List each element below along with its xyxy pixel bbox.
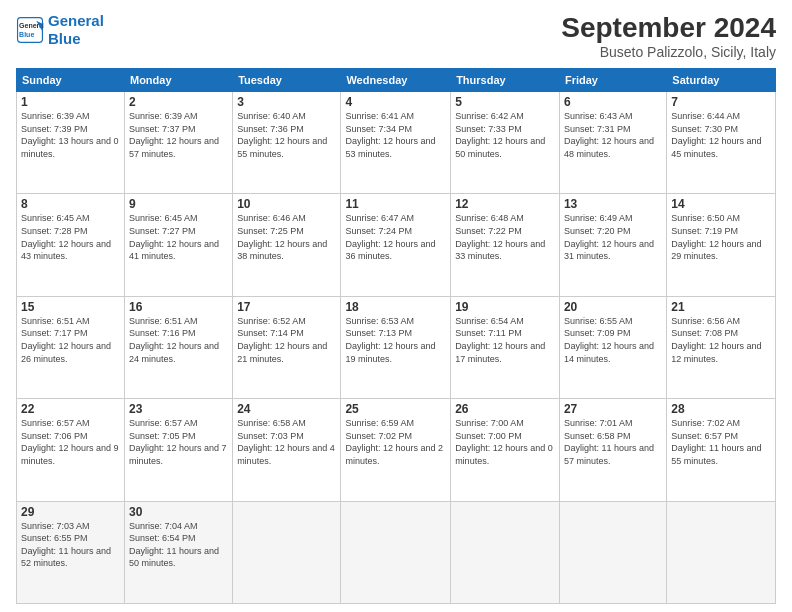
- table-row: 7Sunrise: 6:44 AM Sunset: 7:30 PM Daylig…: [667, 92, 776, 194]
- table-row: [341, 501, 451, 603]
- table-row: 2Sunrise: 6:39 AM Sunset: 7:37 PM Daylig…: [124, 92, 232, 194]
- day-info: Sunrise: 7:04 AM Sunset: 6:54 PM Dayligh…: [129, 520, 228, 570]
- day-info: Sunrise: 6:51 AM Sunset: 7:16 PM Dayligh…: [129, 315, 228, 365]
- day-info: Sunrise: 6:43 AM Sunset: 7:31 PM Dayligh…: [564, 110, 662, 160]
- day-info: Sunrise: 6:58 AM Sunset: 7:03 PM Dayligh…: [237, 417, 336, 467]
- day-number: 26: [455, 402, 555, 416]
- calendar-week-row: 29Sunrise: 7:03 AM Sunset: 6:55 PM Dayli…: [17, 501, 776, 603]
- logo-text: General Blue: [48, 12, 104, 48]
- svg-text:Blue: Blue: [19, 31, 34, 38]
- day-info: Sunrise: 7:02 AM Sunset: 6:57 PM Dayligh…: [671, 417, 771, 467]
- table-row: 30Sunrise: 7:04 AM Sunset: 6:54 PM Dayli…: [124, 501, 232, 603]
- header-wednesday: Wednesday: [341, 69, 451, 92]
- day-info: Sunrise: 7:00 AM Sunset: 7:00 PM Dayligh…: [455, 417, 555, 467]
- day-number: 25: [345, 402, 446, 416]
- day-info: Sunrise: 6:59 AM Sunset: 7:02 PM Dayligh…: [345, 417, 446, 467]
- day-info: Sunrise: 6:39 AM Sunset: 7:37 PM Dayligh…: [129, 110, 228, 160]
- day-number: 4: [345, 95, 446, 109]
- table-row: 9Sunrise: 6:45 AM Sunset: 7:27 PM Daylig…: [124, 194, 232, 296]
- table-row: 3Sunrise: 6:40 AM Sunset: 7:36 PM Daylig…: [233, 92, 341, 194]
- location: Buseto Palizzolo, Sicily, Italy: [561, 44, 776, 60]
- day-number: 27: [564, 402, 662, 416]
- header: General Blue General Blue September 2024…: [16, 12, 776, 60]
- day-number: 20: [564, 300, 662, 314]
- header-thursday: Thursday: [451, 69, 560, 92]
- weekday-header-row: Sunday Monday Tuesday Wednesday Thursday…: [17, 69, 776, 92]
- day-number: 18: [345, 300, 446, 314]
- header-monday: Monday: [124, 69, 232, 92]
- table-row: 17Sunrise: 6:52 AM Sunset: 7:14 PM Dayli…: [233, 296, 341, 398]
- day-info: Sunrise: 6:52 AM Sunset: 7:14 PM Dayligh…: [237, 315, 336, 365]
- table-row: 10Sunrise: 6:46 AM Sunset: 7:25 PM Dayli…: [233, 194, 341, 296]
- day-info: Sunrise: 6:46 AM Sunset: 7:25 PM Dayligh…: [237, 212, 336, 262]
- table-row: 20Sunrise: 6:55 AM Sunset: 7:09 PM Dayli…: [559, 296, 666, 398]
- day-info: Sunrise: 6:44 AM Sunset: 7:30 PM Dayligh…: [671, 110, 771, 160]
- day-info: Sunrise: 6:55 AM Sunset: 7:09 PM Dayligh…: [564, 315, 662, 365]
- table-row: 18Sunrise: 6:53 AM Sunset: 7:13 PM Dayli…: [341, 296, 451, 398]
- table-row: 24Sunrise: 6:58 AM Sunset: 7:03 PM Dayli…: [233, 399, 341, 501]
- calendar-page: General Blue General Blue September 2024…: [0, 0, 792, 612]
- day-number: 29: [21, 505, 120, 519]
- day-number: 9: [129, 197, 228, 211]
- day-info: Sunrise: 6:51 AM Sunset: 7:17 PM Dayligh…: [21, 315, 120, 365]
- calendar-week-row: 22Sunrise: 6:57 AM Sunset: 7:06 PM Dayli…: [17, 399, 776, 501]
- table-row: 11Sunrise: 6:47 AM Sunset: 7:24 PM Dayli…: [341, 194, 451, 296]
- day-info: Sunrise: 6:45 AM Sunset: 7:28 PM Dayligh…: [21, 212, 120, 262]
- header-friday: Friday: [559, 69, 666, 92]
- day-number: 22: [21, 402, 120, 416]
- table-row: 6Sunrise: 6:43 AM Sunset: 7:31 PM Daylig…: [559, 92, 666, 194]
- day-number: 16: [129, 300, 228, 314]
- table-row: 13Sunrise: 6:49 AM Sunset: 7:20 PM Dayli…: [559, 194, 666, 296]
- calendar-week-row: 1Sunrise: 6:39 AM Sunset: 7:39 PM Daylig…: [17, 92, 776, 194]
- day-number: 19: [455, 300, 555, 314]
- day-info: Sunrise: 6:45 AM Sunset: 7:27 PM Dayligh…: [129, 212, 228, 262]
- table-row: 14Sunrise: 6:50 AM Sunset: 7:19 PM Dayli…: [667, 194, 776, 296]
- calendar-week-row: 8Sunrise: 6:45 AM Sunset: 7:28 PM Daylig…: [17, 194, 776, 296]
- title-block: September 2024 Buseto Palizzolo, Sicily,…: [561, 12, 776, 60]
- logo-blue: Blue: [48, 30, 81, 47]
- table-row: 12Sunrise: 6:48 AM Sunset: 7:22 PM Dayli…: [451, 194, 560, 296]
- day-number: 23: [129, 402, 228, 416]
- day-number: 10: [237, 197, 336, 211]
- calendar-table: Sunday Monday Tuesday Wednesday Thursday…: [16, 68, 776, 604]
- day-number: 5: [455, 95, 555, 109]
- day-info: Sunrise: 6:42 AM Sunset: 7:33 PM Dayligh…: [455, 110, 555, 160]
- table-row: 16Sunrise: 6:51 AM Sunset: 7:16 PM Dayli…: [124, 296, 232, 398]
- header-tuesday: Tuesday: [233, 69, 341, 92]
- table-row: [233, 501, 341, 603]
- table-row: 29Sunrise: 7:03 AM Sunset: 6:55 PM Dayli…: [17, 501, 125, 603]
- day-number: 8: [21, 197, 120, 211]
- day-number: 28: [671, 402, 771, 416]
- calendar-week-row: 15Sunrise: 6:51 AM Sunset: 7:17 PM Dayli…: [17, 296, 776, 398]
- logo: General Blue General Blue: [16, 12, 104, 48]
- day-info: Sunrise: 6:47 AM Sunset: 7:24 PM Dayligh…: [345, 212, 446, 262]
- day-info: Sunrise: 6:54 AM Sunset: 7:11 PM Dayligh…: [455, 315, 555, 365]
- day-info: Sunrise: 6:50 AM Sunset: 7:19 PM Dayligh…: [671, 212, 771, 262]
- day-info: Sunrise: 6:40 AM Sunset: 7:36 PM Dayligh…: [237, 110, 336, 160]
- table-row: 22Sunrise: 6:57 AM Sunset: 7:06 PM Dayli…: [17, 399, 125, 501]
- day-number: 6: [564, 95, 662, 109]
- day-number: 7: [671, 95, 771, 109]
- table-row: 21Sunrise: 6:56 AM Sunset: 7:08 PM Dayli…: [667, 296, 776, 398]
- table-row: 1Sunrise: 6:39 AM Sunset: 7:39 PM Daylig…: [17, 92, 125, 194]
- table-row: 26Sunrise: 7:00 AM Sunset: 7:00 PM Dayli…: [451, 399, 560, 501]
- table-row: [559, 501, 666, 603]
- day-number: 13: [564, 197, 662, 211]
- table-row: 23Sunrise: 6:57 AM Sunset: 7:05 PM Dayli…: [124, 399, 232, 501]
- day-number: 15: [21, 300, 120, 314]
- table-row: [451, 501, 560, 603]
- day-info: Sunrise: 6:48 AM Sunset: 7:22 PM Dayligh…: [455, 212, 555, 262]
- table-row: 28Sunrise: 7:02 AM Sunset: 6:57 PM Dayli…: [667, 399, 776, 501]
- table-row: 25Sunrise: 6:59 AM Sunset: 7:02 PM Dayli…: [341, 399, 451, 501]
- header-saturday: Saturday: [667, 69, 776, 92]
- table-row: 19Sunrise: 6:54 AM Sunset: 7:11 PM Dayli…: [451, 296, 560, 398]
- day-info: Sunrise: 7:03 AM Sunset: 6:55 PM Dayligh…: [21, 520, 120, 570]
- day-info: Sunrise: 6:56 AM Sunset: 7:08 PM Dayligh…: [671, 315, 771, 365]
- table-row: 4Sunrise: 6:41 AM Sunset: 7:34 PM Daylig…: [341, 92, 451, 194]
- day-number: 21: [671, 300, 771, 314]
- day-info: Sunrise: 6:41 AM Sunset: 7:34 PM Dayligh…: [345, 110, 446, 160]
- logo-icon: General Blue: [16, 16, 44, 44]
- table-row: [667, 501, 776, 603]
- day-info: Sunrise: 6:57 AM Sunset: 7:06 PM Dayligh…: [21, 417, 120, 467]
- day-number: 12: [455, 197, 555, 211]
